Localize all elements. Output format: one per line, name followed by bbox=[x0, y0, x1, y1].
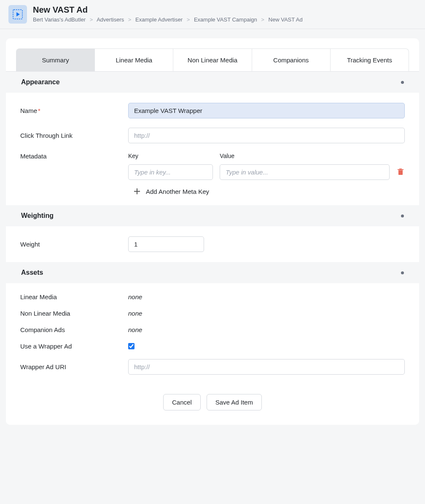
weighting-section-body: Weight bbox=[6, 226, 419, 262]
assets-section-header[interactable]: Assets bbox=[6, 262, 419, 283]
breadcrumb-sep: > bbox=[187, 16, 190, 23]
non-linear-media-value: none bbox=[128, 310, 142, 317]
svg-marker-1 bbox=[16, 12, 20, 16]
collapse-indicator-icon bbox=[401, 271, 404, 274]
tab-companions[interactable]: Companions bbox=[252, 48, 331, 71]
vast-ad-icon bbox=[8, 5, 27, 24]
weighting-section-header[interactable]: Weighting bbox=[6, 205, 419, 226]
assets-title: Assets bbox=[21, 269, 43, 276]
breadcrumb-sep: > bbox=[128, 16, 132, 23]
weight-input[interactable] bbox=[128, 236, 204, 252]
weighting-title: Weighting bbox=[21, 212, 54, 220]
svg-rect-4 bbox=[399, 169, 402, 169]
cancel-button[interactable]: Cancel bbox=[163, 394, 201, 410]
companion-ads-label: Companion Ads bbox=[20, 326, 128, 333]
companion-ads-value: none bbox=[128, 326, 142, 333]
breadcrumb-current: New VAST Ad bbox=[269, 16, 303, 23]
add-meta-button[interactable]: Add Another Meta Key bbox=[128, 188, 405, 195]
assets-section-body: Linear Media none Non Linear Media none … bbox=[6, 283, 419, 425]
non-linear-media-label: Non Linear Media bbox=[20, 310, 128, 317]
svg-rect-2 bbox=[398, 170, 403, 175]
wrapper-ad-label: Use a Wrapper Ad bbox=[20, 343, 128, 350]
breadcrumb-link[interactable]: Advertisers bbox=[97, 16, 124, 23]
add-meta-label: Add Another Meta Key bbox=[146, 188, 209, 195]
metadata-key-label: Key bbox=[128, 153, 213, 159]
metadata-label: Metadata bbox=[20, 153, 128, 160]
metadata-key-input[interactable] bbox=[128, 164, 213, 180]
wrapper-uri-label: Wrapper Ad URI bbox=[20, 363, 128, 370]
linear-media-label: Linear Media bbox=[20, 293, 128, 300]
click-through-input[interactable] bbox=[128, 128, 405, 143]
appearance-title: Appearance bbox=[21, 78, 60, 86]
tab-tracking-events[interactable]: Tracking Events bbox=[331, 48, 409, 71]
tab-summary[interactable]: Summary bbox=[16, 48, 95, 71]
breadcrumb-sep: > bbox=[90, 16, 93, 23]
plus-icon bbox=[133, 188, 141, 195]
collapse-indicator-icon bbox=[401, 81, 404, 84]
tabs-container: Summary Linear Media Non Linear Media Co… bbox=[6, 38, 419, 72]
page-header: New VAST Ad Bert Varias's AdButler > Adv… bbox=[0, 0, 425, 29]
appearance-section-header[interactable]: Appearance bbox=[6, 72, 419, 93]
name-input[interactable] bbox=[128, 103, 405, 118]
collapse-indicator-icon bbox=[401, 214, 404, 217]
breadcrumb: Bert Varias's AdButler > Advertisers > E… bbox=[33, 16, 303, 23]
metadata-value-label: Value bbox=[220, 153, 390, 159]
click-through-label: Click Through Link bbox=[20, 132, 128, 139]
metadata-delete-button[interactable] bbox=[396, 169, 405, 175]
wrapper-uri-input[interactable] bbox=[128, 359, 405, 375]
breadcrumb-sep: > bbox=[261, 16, 264, 23]
wrapper-ad-checkbox[interactable] bbox=[128, 343, 134, 349]
save-ad-item-button[interactable]: Save Ad Item bbox=[207, 394, 262, 410]
metadata-value-input[interactable] bbox=[220, 164, 390, 180]
breadcrumb-link[interactable]: Example Advertiser bbox=[135, 16, 183, 23]
appearance-section-body: Name* Click Through Link Metadata Key bbox=[6, 93, 419, 205]
breadcrumb-link[interactable]: Example VAST Campaign bbox=[194, 16, 257, 23]
name-label: Name* bbox=[20, 107, 128, 114]
weight-label: Weight bbox=[20, 241, 128, 248]
page-title: New VAST Ad bbox=[33, 5, 303, 15]
breadcrumb-link[interactable]: Bert Varias's AdButler bbox=[33, 16, 86, 23]
tab-linear-media[interactable]: Linear Media bbox=[95, 48, 173, 71]
linear-media-value: none bbox=[128, 293, 142, 300]
trash-icon bbox=[398, 169, 403, 175]
tab-non-linear-media[interactable]: Non Linear Media bbox=[173, 48, 252, 71]
